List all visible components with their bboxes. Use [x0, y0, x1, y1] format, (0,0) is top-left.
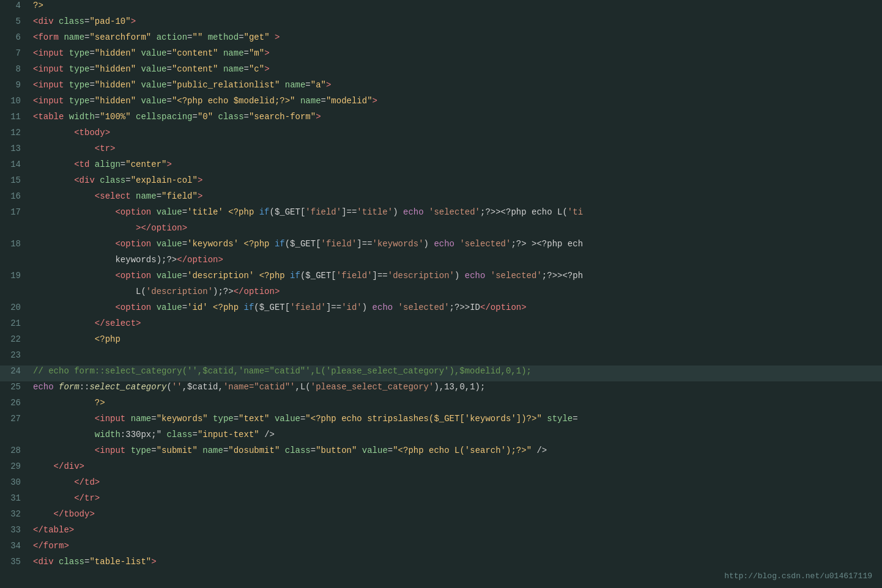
code-line-4: 4 ?>	[0, 0, 882, 16]
code-line-29: 29 </div>	[0, 461, 882, 477]
code-line-22: 22 <?php	[0, 334, 882, 350]
code-line-9: 9 <input type="hidden" value="public_rel…	[0, 79, 882, 95]
code-line-17: 17 <option value='title' <?php if($_GET[…	[0, 207, 882, 222]
code-line-23: 23	[0, 350, 882, 366]
code-line-27b: width:330px;" class="input-text" />	[0, 429, 882, 445]
code-line-6: 6 <form name="searchform" action="" meth…	[0, 32, 882, 48]
watermark: http://blog.csdn.net/u014617119	[724, 571, 872, 581]
code-line-20: 20 <option value='id' <?php if($_GET['fi…	[0, 302, 882, 318]
code-line-31: 31 </tr>	[0, 493, 882, 509]
code-line-18: 18 <option value='keywords' <?php if($_G…	[0, 238, 882, 254]
code-line-15: 15 <div class="explain-col">	[0, 175, 882, 191]
code-line-12: 12 <tbody>	[0, 127, 882, 143]
code-line-7: 7 <input type="hidden" value="content" n…	[0, 48, 882, 64]
code-line-14: 14 <td align="center">	[0, 159, 882, 175]
code-line-32: 32 </tbody>	[0, 509, 882, 524]
code-line-18b: keywords);?></option>	[0, 254, 882, 270]
code-line-10: 10 <input type="hidden" value="<?php ech…	[0, 95, 882, 111]
code-line-34: 34 </form>	[0, 540, 882, 556]
code-line-5: 5 <div class="pad-10">	[0, 16, 882, 32]
code-line-17b: ></option>	[0, 222, 882, 238]
code-line-35: 35 <div class="table-list">	[0, 556, 882, 572]
code-line-19: 19 <option value='description' <?php if(…	[0, 270, 882, 286]
code-line-8: 8 <input type="hidden" value="content" n…	[0, 64, 882, 79]
code-editor: 4 ?> 5 <div class="pad-10"> 6 <form name…	[0, 0, 882, 588]
code-line-11: 11 <table width="100%" cellspacing="0" c…	[0, 111, 882, 127]
code-line-24: 24 // echo form::select_category('',$cat…	[0, 366, 882, 381]
code-line-16: 16 <select name="field">	[0, 191, 882, 207]
code-line-13: 13 <tr>	[0, 143, 882, 159]
code-line-28: 28 <input type="submit" name="dosubmit" …	[0, 445, 882, 461]
code-line-33: 33 </table>	[0, 524, 882, 540]
code-line-21: 21 </select>	[0, 318, 882, 334]
code-line-30: 30 </td>	[0, 477, 882, 493]
code-line-25: 25 echo form::select_category('',$catid,…	[0, 381, 882, 397]
code-line-19b: L('description');?></option>	[0, 286, 882, 302]
code-line-26: 26 ?>	[0, 397, 882, 413]
code-line-27: 27 <input name="keywords" type="text" va…	[0, 413, 882, 429]
